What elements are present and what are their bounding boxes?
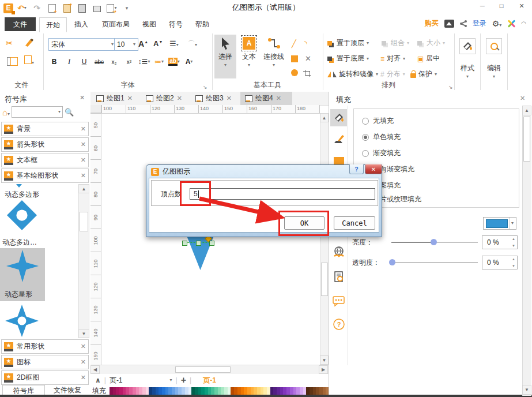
shapes-scroll-down-icon[interactable]: ▼ bbox=[78, 329, 89, 338]
category-close-icon[interactable]: ✕ bbox=[81, 141, 86, 148]
doc-tab-4-active[interactable]: 绘图4 ✕ bbox=[240, 92, 292, 105]
bullet-list-button[interactable]: ≔▾ bbox=[152, 55, 166, 68]
fill-tool-icon[interactable] bbox=[330, 109, 347, 126]
new-document-button[interactable]: + bbox=[46, 2, 58, 14]
tab-symbols[interactable]: 符号 bbox=[164, 17, 188, 31]
panel-scroll-down-icon[interactable]: ▼ bbox=[522, 385, 531, 395]
arrange-dialog-launcher-icon[interactable]: ↘ bbox=[448, 84, 453, 90]
scroll-up-marker-icon[interactable] bbox=[16, 184, 22, 188]
rotate-mirror-button[interactable]: 旋转和镜像▾ bbox=[327, 69, 378, 79]
font-color-button[interactable]: A▾ bbox=[182, 55, 196, 68]
canvas-scroll-up-icon[interactable]: ▲ bbox=[320, 113, 329, 122]
italic-button[interactable]: I bbox=[62, 55, 76, 68]
shapes-scroll-up-icon[interactable]: ▲ bbox=[78, 184, 89, 193]
superscript-button[interactable]: x² bbox=[122, 55, 136, 68]
library-search-input[interactable]: ▾ bbox=[12, 106, 63, 118]
brightness-slider-handle[interactable] bbox=[431, 239, 437, 245]
cut-icon[interactable]: ✂ bbox=[6, 38, 13, 48]
doc-tab-1[interactable]: 绘图1 ✕ bbox=[92, 92, 137, 105]
panel-scroll-up-icon[interactable]: ▲ bbox=[522, 106, 531, 115]
transparency-spinner[interactable]: 0 % ▲ ▼ bbox=[482, 256, 518, 269]
dialog-title-bar[interactable]: E 亿图图示 bbox=[151, 167, 190, 177]
selection-handle[interactable] bbox=[196, 241, 201, 246]
underline-button[interactable]: U bbox=[77, 55, 91, 68]
home-icon[interactable]: ⌂▾ bbox=[2, 107, 10, 117]
align-button[interactable]: ≡ 对齐▾ bbox=[380, 54, 405, 63]
paste-icon[interactable]: ▾ bbox=[24, 55, 34, 66]
open-button[interactable]: ➜ bbox=[61, 2, 73, 14]
spin-up-icon[interactable]: ▲ bbox=[512, 237, 515, 241]
transparency-slider-handle[interactable] bbox=[389, 259, 395, 265]
line-style-icon[interactable] bbox=[330, 131, 347, 148]
canvas-h-scroll-thumb[interactable] bbox=[175, 366, 231, 373]
save-button[interactable] bbox=[76, 2, 88, 14]
canvas-scroll-right-icon[interactable]: ▶ bbox=[319, 365, 328, 374]
collapse-ribbon-icon[interactable]: ◠ bbox=[521, 21, 526, 27]
curved-text-icon[interactable]: ⌒▾ bbox=[188, 39, 197, 49]
shapes-scrollbar[interactable] bbox=[78, 184, 89, 338]
category-icons[interactable]: ★ 图标 ✕ bbox=[1, 355, 89, 369]
decrease-font-icon[interactable]: A▼ bbox=[153, 39, 163, 48]
minimize-button[interactable]: ─ bbox=[477, 2, 488, 10]
font-size-select[interactable]: 10▾ bbox=[114, 38, 138, 51]
text-align-icon[interactable]: ☰▾ bbox=[169, 39, 179, 48]
canvas-v-scroll-thumb[interactable] bbox=[321, 263, 328, 296]
category-close-icon[interactable]: ✕ bbox=[81, 156, 86, 164]
selection-handle[interactable] bbox=[209, 241, 214, 246]
shapes-scroll-thumb[interactable] bbox=[80, 212, 88, 231]
canvas-v-scrollbar[interactable] bbox=[320, 113, 329, 365]
option-solid-fill[interactable]: 单色填充 bbox=[362, 132, 401, 142]
send-back-button[interactable]: 置于底层▾ bbox=[327, 54, 369, 63]
tab-help[interactable]: 帮助 bbox=[190, 17, 214, 31]
category-close-icon[interactable]: ✕ bbox=[81, 358, 86, 366]
page-name-dropdown[interactable]: 页-1 bbox=[110, 376, 123, 385]
panel-scroll-thumb[interactable] bbox=[523, 117, 530, 162]
canvas-h-scrollbar[interactable]: ◀ ▶ bbox=[90, 365, 329, 374]
canvas-scroll-left-icon[interactable]: ◀ bbox=[90, 365, 100, 374]
category-close-icon[interactable]: ✕ bbox=[81, 172, 86, 179]
ellipse-tool-icon[interactable] bbox=[291, 69, 298, 76]
comment-icon[interactable] bbox=[330, 293, 347, 310]
pencil-tool-icon[interactable]: ✕ bbox=[305, 54, 311, 63]
select-tool-button[interactable]: 选择 ▾ bbox=[214, 35, 236, 78]
doc-tab-close-icon[interactable]: ✕ bbox=[276, 95, 281, 102]
bring-front-button[interactable]: 置于顶层▾ bbox=[327, 38, 369, 48]
line-tool-icon[interactable]: ╱ bbox=[292, 39, 296, 48]
cancel-button[interactable]: Cancel bbox=[334, 216, 375, 230]
category-background[interactable]: ★ 背景 ✕ bbox=[1, 122, 89, 136]
buy-button[interactable]: 购买 bbox=[425, 18, 439, 28]
fill-panel-close-icon[interactable]: ✕ bbox=[520, 95, 525, 102]
hyperlink-globe-icon[interactable] bbox=[330, 244, 347, 261]
tab-page-layout[interactable]: 页面布局 bbox=[97, 17, 135, 31]
login-button[interactable]: 登录 bbox=[473, 18, 486, 28]
format-painter-icon[interactable] bbox=[24, 38, 35, 49]
text-tool-button[interactable]: A 文本 ▾ bbox=[238, 35, 260, 78]
edit-button[interactable]: 编辑 ▾ bbox=[482, 36, 505, 89]
shape-dynamic-star-2[interactable] bbox=[5, 305, 39, 339]
category-common-shapes[interactable]: ★ 常用形状 ✕ bbox=[1, 339, 89, 354]
fill-color-dropdown[interactable]: ▾ bbox=[483, 217, 516, 230]
doc-tab-2[interactable]: 绘图2 ✕ bbox=[141, 92, 187, 105]
category-2d-block[interactable]: ★ 2D框图 ✕ bbox=[1, 370, 89, 385]
spin-down-icon[interactable]: ▼ bbox=[512, 264, 515, 268]
doc-tab-close-icon[interactable]: ✕ bbox=[227, 95, 232, 102]
copy-icon[interactable] bbox=[7, 55, 18, 68]
line-spacing-button[interactable]: ↕☰▾ bbox=[137, 55, 151, 68]
center-button[interactable]: ▣ 居中 bbox=[417, 54, 440, 63]
transparency-slider[interactable] bbox=[391, 262, 478, 263]
distribute-button[interactable]: # 分布▾ bbox=[380, 69, 405, 79]
crop-tool-icon[interactable] bbox=[305, 70, 311, 76]
font-dialog-launcher-icon[interactable]: ↘ bbox=[203, 84, 207, 90]
spin-up-icon[interactable]: ▲ bbox=[512, 257, 515, 261]
category-basic-drawing-shapes[interactable]: ★ 基本绘图形状 ✕ bbox=[1, 168, 89, 183]
maximize-button[interactable]: □ bbox=[496, 2, 507, 10]
customize-quickbar-button[interactable]: ▾ bbox=[120, 2, 133, 14]
spin-down-icon[interactable]: ▼ bbox=[512, 244, 515, 248]
redo-button[interactable]: ↷ bbox=[31, 2, 43, 14]
subscript-button[interactable]: x₂ bbox=[107, 55, 121, 68]
protect-button[interactable]: 保护▾ bbox=[410, 69, 437, 79]
font-name-select[interactable]: 宋体▾ bbox=[48, 38, 116, 51]
brightness-spinner[interactable]: 0 % ▲ ▼ bbox=[482, 235, 518, 249]
symbol-library-close-icon[interactable]: ✕ bbox=[80, 94, 85, 102]
attachment-note-icon[interactable] bbox=[330, 268, 347, 286]
